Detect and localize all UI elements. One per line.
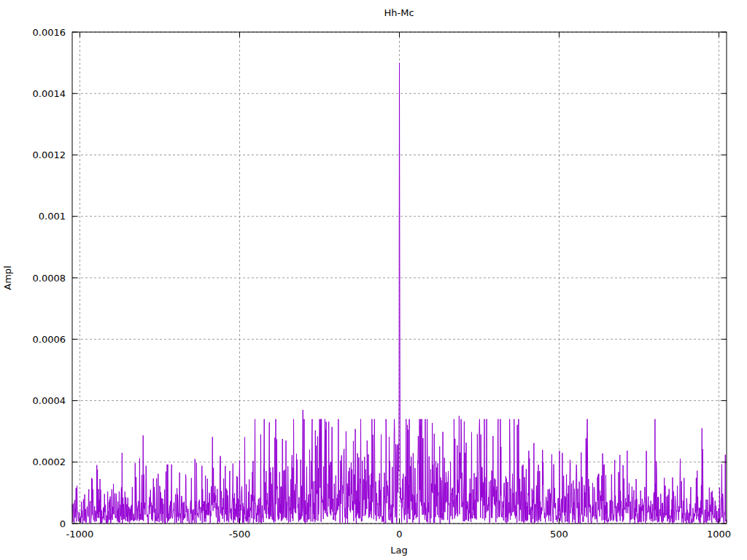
y-tick-label: 0.0002 (33, 456, 66, 467)
y-tick-label: 0.0012 (33, 149, 66, 160)
y-tick-label: 0.001 (39, 211, 66, 222)
x-axis-label: Lag (390, 545, 407, 556)
plot-window: -1000-50005001000 00.00020.00040.00060.0… (0, 0, 747, 560)
y-tick-label: 0 (60, 518, 66, 529)
chart-title: Hh-Mc (384, 7, 414, 18)
chart-background (0, 0, 747, 560)
y-tick-label: 0.0014 (33, 88, 66, 99)
y-tick-label: 0.0008 (33, 273, 66, 284)
x-tick-label: -1000 (66, 529, 94, 540)
y-axis-label: Ampl (2, 265, 13, 289)
x-tick-label: 1000 (707, 529, 731, 540)
y-tick-label: 0.0004 (33, 395, 66, 406)
correlation-chart: -1000-50005001000 00.00020.00040.00060.0… (0, 0, 747, 560)
y-tick-label: 0.0016 (33, 27, 66, 38)
x-tick-label: 500 (550, 529, 568, 540)
x-tick-label: 0 (396, 529, 402, 540)
x-tick-label: -500 (229, 529, 251, 540)
y-tick-label: 0.0006 (33, 334, 66, 345)
